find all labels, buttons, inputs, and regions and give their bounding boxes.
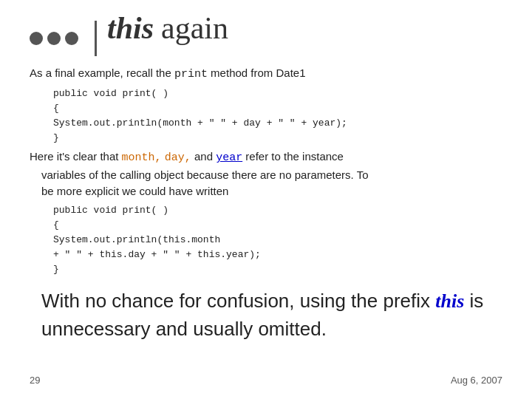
- code1-line4: }: [53, 131, 502, 146]
- slide: this again As a final example, recall th…: [0, 0, 532, 399]
- page-number: 29: [30, 375, 40, 386]
- conclusion-block: With no chance for confusion, using the …: [41, 287, 502, 342]
- footer: 29 Aug 6, 2007: [0, 375, 532, 386]
- title-again: again: [161, 10, 228, 46]
- dot-3: [65, 32, 78, 45]
- conclusion-this: this: [435, 290, 464, 312]
- title-this: this: [107, 10, 154, 46]
- title-row: this again: [107, 10, 228, 46]
- intro-code: print: [174, 68, 208, 81]
- para-text3: and: [191, 150, 216, 163]
- para-day: day,: [165, 151, 191, 164]
- intro-line: As a final example, recall the print met…: [30, 65, 502, 83]
- para-month: month,: [122, 151, 162, 164]
- conclusion-text1: With no chance for confusion, using the …: [41, 290, 435, 312]
- code2-line3: System.out.println(this.month: [53, 233, 502, 248]
- title-divider: [95, 21, 97, 56]
- dot-2: [47, 32, 61, 45]
- code2-line2: {: [53, 218, 502, 233]
- code2-line1: public void print( ): [53, 203, 502, 218]
- footer-date: Aug 6, 2007: [451, 375, 502, 386]
- para-text4: refer to the instance: [242, 150, 344, 163]
- paragraph-block: Here it's clear that month, day, and yea…: [30, 149, 502, 200]
- para-line2: variables of the calling object because …: [41, 168, 369, 181]
- conclusion-text2: is: [464, 290, 483, 312]
- code1-line3: System.out.println(month + " " + day + "…: [53, 116, 502, 131]
- intro-text1: As a final example, recall the: [30, 66, 174, 79]
- para-text1: Here it's clear that: [30, 150, 122, 163]
- code2-line5: }: [53, 262, 502, 277]
- para-line3: be more explicit we could have written: [41, 185, 228, 197]
- code2-line4: + " " + this.day + " " + this.year);: [53, 248, 502, 262]
- dots-bar: this again: [30, 18, 502, 59]
- conclusion-line2: unnecessary and usually omitted.: [41, 318, 327, 340]
- code-block-2: public void print( ) { System.out.printl…: [53, 203, 502, 278]
- intro-text2: method from Date1: [208, 66, 306, 79]
- para-year: year: [216, 151, 242, 164]
- dot-1: [30, 32, 43, 45]
- code1-line2: {: [53, 101, 502, 116]
- code-block-1: public void print( ) { System.out.printl…: [53, 86, 502, 146]
- code1-line1: public void print( ): [53, 86, 502, 101]
